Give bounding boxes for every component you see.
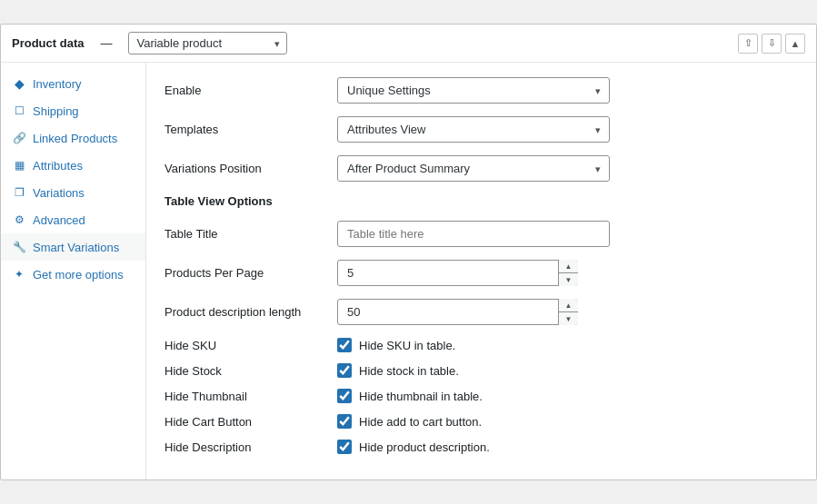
panel-body: ◆ Inventory ☐ Shipping 🔗 Linked Products… bbox=[1, 63, 816, 479]
product-data-panel: Product data — Simple product Variable p… bbox=[0, 24, 817, 480]
panel-controls: ⇧ ⇩ ▲ bbox=[738, 34, 805, 54]
description-length-down[interactable]: ▼ bbox=[559, 312, 578, 325]
hide-description-content: Hide product description. bbox=[337, 440, 490, 454]
panel-header: Product data — Simple product Variable p… bbox=[1, 25, 816, 63]
sidebar-item-advanced[interactable]: ⚙ Advanced bbox=[1, 206, 145, 233]
products-per-page-row: Products Per Page ▲ ▼ bbox=[164, 260, 798, 286]
link-icon: 🔗 bbox=[12, 131, 26, 145]
hide-description-label: Hide Description bbox=[164, 440, 337, 454]
sidebar-item-get-more-options[interactable]: ✦ Get more options bbox=[1, 261, 145, 288]
hide-stock-row: Hide Stock Hide stock in table. bbox=[164, 363, 798, 378]
hide-sku-label: Hide SKU bbox=[164, 339, 337, 352]
collapse-up-button[interactable]: ⇧ bbox=[738, 34, 758, 54]
hide-thumbnail-checkbox[interactable] bbox=[337, 389, 352, 403]
sidebar-item-attributes-label: Attributes bbox=[33, 159, 83, 173]
dash-separator: — bbox=[100, 36, 112, 50]
hide-cart-button-content: Hide add to cart button. bbox=[337, 414, 482, 429]
hide-thumbnail-row: Hide Thumbnail Hide thumbnail in table. bbox=[164, 389, 798, 403]
products-per-page-up[interactable]: ▲ bbox=[559, 260, 578, 273]
gear-icon: ⚙ bbox=[12, 212, 26, 227]
description-length-label: Product description length bbox=[164, 305, 337, 319]
table-title-row: Table Title bbox=[164, 221, 798, 247]
sidebar-item-variations[interactable]: ❐ Variations bbox=[1, 179, 145, 206]
description-length-up[interactable]: ▲ bbox=[559, 299, 578, 312]
variations-position-select-wrapper: After Product Summary Before Product Sum… bbox=[337, 155, 610, 182]
description-length-spinners: ▲ ▼ bbox=[558, 299, 578, 325]
grid2-icon: ❐ bbox=[12, 185, 26, 200]
hide-cart-button-label: Hide Cart Button bbox=[164, 415, 337, 429]
description-length-wrapper: ▲ ▼ bbox=[337, 299, 578, 325]
variations-position-control: After Product Summary Before Product Sum… bbox=[337, 155, 610, 182]
hide-thumbnail-label: Hide Thumbnail bbox=[164, 390, 337, 403]
sidebar-item-shipping[interactable]: ☐ Shipping bbox=[1, 97, 145, 124]
sidebar-item-smart-label: Smart Variations bbox=[33, 241, 119, 254]
enable-select[interactable]: Unique Settings Global Settings Disabled bbox=[337, 77, 610, 104]
hide-stock-content: Hide stock in table. bbox=[337, 363, 459, 378]
collapse-down-button[interactable]: ⇩ bbox=[762, 34, 782, 54]
hide-sku-content: Hide SKU in table. bbox=[337, 338, 455, 352]
sidebar-item-smart-variations[interactable]: 🔧 Smart Variations bbox=[1, 233, 145, 261]
sidebar-item-shipping-label: Shipping bbox=[33, 104, 79, 118]
products-per-page-label: Products Per Page bbox=[164, 266, 337, 280]
sidebar-item-inventory[interactable]: ◆ Inventory bbox=[1, 70, 145, 97]
panel-title: Product data bbox=[12, 36, 84, 50]
expand-button[interactable]: ▲ bbox=[785, 34, 805, 54]
enable-label: Enable bbox=[164, 84, 337, 97]
hide-description-checkbox[interactable] bbox=[337, 440, 352, 454]
hide-sku-text: Hide SKU in table. bbox=[359, 339, 455, 352]
diamond-icon: ◆ bbox=[12, 76, 26, 91]
enable-select-wrapper: Unique Settings Global Settings Disabled bbox=[337, 77, 610, 104]
hide-description-text: Hide product description. bbox=[359, 440, 490, 454]
variations-position-label: Variations Position bbox=[164, 162, 337, 175]
main-content: Enable Unique Settings Global Settings D… bbox=[146, 63, 816, 479]
hide-stock-label: Hide Stock bbox=[164, 364, 337, 378]
hide-cart-button-row: Hide Cart Button Hide add to cart button… bbox=[164, 414, 798, 429]
sidebar: ◆ Inventory ☐ Shipping 🔗 Linked Products… bbox=[1, 63, 146, 479]
sidebar-item-advanced-label: Advanced bbox=[33, 213, 85, 227]
description-length-input[interactable] bbox=[337, 299, 578, 325]
enable-control: Unique Settings Global Settings Disabled bbox=[337, 77, 610, 104]
products-per-page-down[interactable]: ▼ bbox=[559, 273, 578, 286]
templates-control: Attributes View Image View Dropdown View bbox=[337, 116, 610, 143]
templates-select-wrapper: Attributes View Image View Dropdown View bbox=[337, 116, 610, 143]
description-length-control: ▲ ▼ bbox=[337, 299, 610, 325]
description-length-row: Product description length ▲ ▼ bbox=[164, 299, 798, 325]
hide-stock-checkbox[interactable] bbox=[337, 363, 352, 378]
hide-sku-row: Hide SKU Hide SKU in table. bbox=[164, 338, 798, 352]
products-per-page-control: ▲ ▼ bbox=[337, 260, 610, 286]
hide-cart-button-text: Hide add to cart button. bbox=[359, 415, 482, 429]
hide-sku-checkbox[interactable] bbox=[337, 338, 352, 352]
table-view-options-title: Table View Options bbox=[164, 194, 798, 208]
sidebar-item-attributes[interactable]: ▦ Attributes bbox=[1, 152, 145, 179]
sidebar-item-inventory-label: Inventory bbox=[33, 77, 81, 91]
templates-row: Templates Attributes View Image View Dro… bbox=[164, 116, 798, 143]
hide-cart-button-checkbox[interactable] bbox=[337, 414, 352, 429]
sidebar-item-linked-products[interactable]: 🔗 Linked Products bbox=[1, 124, 145, 152]
sidebar-item-variations-label: Variations bbox=[33, 186, 85, 200]
templates-label: Templates bbox=[164, 123, 337, 136]
wrench-icon: 🔧 bbox=[12, 240, 26, 254]
products-per-page-spinners: ▲ ▼ bbox=[558, 260, 578, 286]
templates-select[interactable]: Attributes View Image View Dropdown View bbox=[337, 116, 610, 143]
hide-thumbnail-content: Hide thumbnail in table. bbox=[337, 389, 483, 403]
table-title-input[interactable] bbox=[337, 221, 610, 247]
product-type-select[interactable]: Simple product Variable product Grouped … bbox=[128, 32, 287, 54]
hide-description-row: Hide Description Hide product descriptio… bbox=[164, 440, 798, 454]
star-icon: ✦ bbox=[12, 267, 26, 282]
product-type-wrapper: Simple product Variable product Grouped … bbox=[128, 32, 287, 54]
hide-stock-text: Hide stock in table. bbox=[359, 364, 459, 378]
box-icon: ☐ bbox=[12, 104, 26, 118]
grid-icon: ▦ bbox=[12, 158, 26, 173]
enable-row: Enable Unique Settings Global Settings D… bbox=[164, 77, 798, 104]
variations-position-select[interactable]: After Product Summary Before Product Sum… bbox=[337, 155, 610, 182]
sidebar-item-get-more-label: Get more options bbox=[33, 268, 124, 282]
products-per-page-input[interactable] bbox=[337, 260, 578, 286]
variations-position-row: Variations Position After Product Summar… bbox=[164, 155, 798, 182]
hide-thumbnail-text: Hide thumbnail in table. bbox=[359, 390, 483, 403]
sidebar-item-linked-label: Linked Products bbox=[33, 132, 117, 145]
panel-header-left: Product data — Simple product Variable p… bbox=[12, 32, 287, 54]
products-per-page-wrapper: ▲ ▼ bbox=[337, 260, 578, 286]
table-title-control bbox=[337, 221, 610, 247]
table-title-label: Table Title bbox=[164, 227, 337, 241]
